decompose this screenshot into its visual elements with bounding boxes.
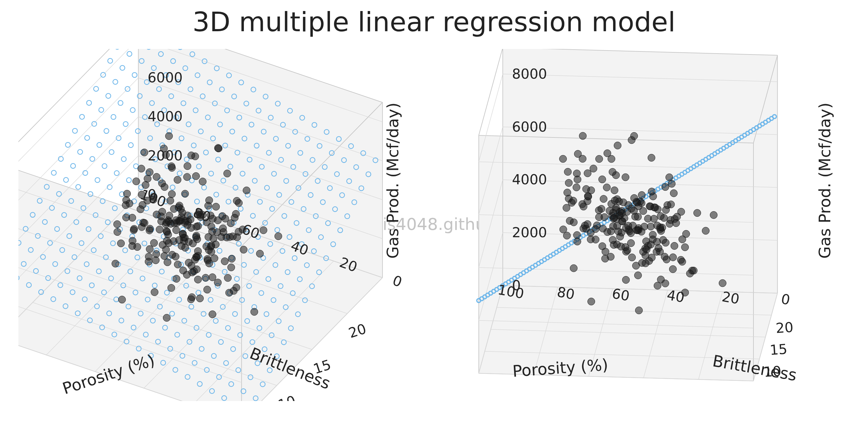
regression-plane-point xyxy=(115,49,120,49)
observation-point xyxy=(630,207,638,214)
observation-point xyxy=(130,225,138,233)
observation-point xyxy=(638,191,646,199)
observation-point xyxy=(635,307,643,314)
observation-point xyxy=(643,237,650,245)
observation-point xyxy=(579,132,586,140)
observation-point xyxy=(209,311,216,318)
observation-point xyxy=(595,155,603,163)
tick-label: 2000 xyxy=(148,147,183,164)
regression-plane-point xyxy=(127,52,132,56)
observation-point xyxy=(133,243,141,251)
observation-point xyxy=(614,142,621,149)
regression-plane-point xyxy=(73,128,78,133)
observation-point xyxy=(649,231,657,238)
observation-point xyxy=(572,184,580,191)
regression-plane-point xyxy=(70,163,75,168)
observation-point xyxy=(719,279,726,287)
observation-point xyxy=(627,239,634,247)
observation-point xyxy=(608,155,615,163)
regression-plane-point xyxy=(94,86,99,91)
observation-point xyxy=(633,199,641,206)
regression-plane-point xyxy=(52,170,56,175)
observation-point xyxy=(670,254,677,261)
observation-point xyxy=(588,298,595,305)
observation-point xyxy=(609,236,616,244)
observation-point xyxy=(710,211,717,219)
regression-plane-point xyxy=(113,79,118,85)
observation-point xyxy=(587,187,595,194)
observation-point xyxy=(677,208,685,216)
observation-point xyxy=(610,223,617,230)
observation-point xyxy=(133,177,140,185)
observation-point xyxy=(129,214,136,221)
observation-point xyxy=(632,262,640,269)
tick-label: 40 xyxy=(666,287,686,306)
observation-point xyxy=(167,285,175,292)
observation-point xyxy=(117,240,125,247)
observation-point xyxy=(584,221,591,228)
observation-point xyxy=(153,173,160,180)
observation-point xyxy=(559,155,567,163)
tick-label: 2000 xyxy=(512,224,547,241)
observation-point xyxy=(590,165,597,172)
observation-point xyxy=(647,223,654,230)
regression-plane-point xyxy=(106,93,111,98)
observation-point xyxy=(659,236,667,244)
observation-point xyxy=(163,314,170,322)
observation-point xyxy=(595,213,603,221)
tick-label: 15 xyxy=(769,341,788,359)
observation-point xyxy=(204,286,211,293)
figure-title: 3D multiple linear regression model xyxy=(0,6,868,38)
observation-point xyxy=(644,215,652,222)
observation-point xyxy=(569,197,577,204)
tick-label: 20 xyxy=(346,321,368,341)
observation-point xyxy=(209,274,216,281)
tick-label: 0 xyxy=(390,272,404,291)
tick-label: 0 xyxy=(512,277,521,294)
observation-point xyxy=(151,288,158,296)
observation-point xyxy=(579,155,586,163)
tick-label: 10 xyxy=(276,392,298,401)
observation-point xyxy=(646,203,653,210)
regression-plane-point xyxy=(76,185,81,190)
observation-point xyxy=(580,203,587,210)
observation-point xyxy=(224,274,231,281)
observation-point xyxy=(574,238,581,245)
observation-point xyxy=(661,280,669,287)
observation-point xyxy=(670,190,677,197)
observation-point xyxy=(233,197,241,204)
observation-point xyxy=(123,190,131,197)
chart-svg-left: 10152002040608010002000400060008000Poros… xyxy=(19,49,423,401)
observation-point xyxy=(150,239,158,247)
observation-point xyxy=(240,246,247,254)
regression-plane-point xyxy=(78,150,83,154)
observation-point xyxy=(648,188,655,195)
regression-plane-point xyxy=(132,72,137,77)
tick-label: 6000 xyxy=(148,69,183,86)
observation-point xyxy=(188,269,196,276)
observation-point xyxy=(702,227,709,234)
regression-plane-point xyxy=(97,143,102,147)
observation-point xyxy=(173,227,180,234)
tick-label: 8000 xyxy=(512,66,547,82)
regression-plane-point xyxy=(90,157,95,161)
observation-point xyxy=(168,163,175,170)
observation-point xyxy=(129,237,136,244)
observation-point xyxy=(622,276,630,284)
regression-plane-point xyxy=(111,114,116,120)
observation-point xyxy=(184,221,191,229)
observation-point xyxy=(679,236,686,243)
observation-point xyxy=(141,219,148,227)
observation-point xyxy=(607,253,614,261)
observation-point xyxy=(194,276,202,283)
observation-point xyxy=(609,168,616,176)
observation-point xyxy=(166,212,173,219)
observation-point xyxy=(202,274,209,281)
observation-point xyxy=(173,275,180,283)
observation-point xyxy=(592,236,599,243)
tick-label: 6000 xyxy=(512,119,547,135)
tick-label: 0 xyxy=(148,187,157,203)
observation-point xyxy=(163,228,170,236)
observation-point xyxy=(178,242,185,250)
observation-point xyxy=(606,207,613,214)
